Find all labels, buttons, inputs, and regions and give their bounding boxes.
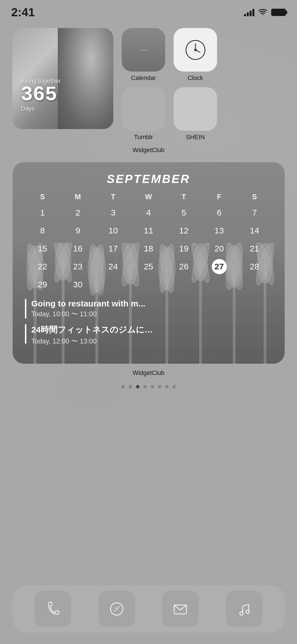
- dock: [12, 585, 285, 633]
- cal-day-14[interactable]: 14: [237, 223, 272, 238]
- page-dot-4[interactable]: [151, 385, 154, 388]
- cal-day-4[interactable]: 4: [131, 205, 166, 220]
- dow-0: S: [25, 192, 60, 201]
- calendar-app-icon[interactable]: ───: [122, 28, 165, 72]
- event-2-title: 24時間フィットネスのジムに…: [31, 324, 153, 336]
- cal-day-19[interactable]: 19: [166, 241, 202, 256]
- calendar-month: SEPTEMBER: [25, 172, 272, 186]
- page-dot-0[interactable]: [121, 385, 125, 388]
- cal-day-1[interactable]: 1: [25, 205, 60, 220]
- wifi-icon: [258, 8, 267, 17]
- page-dot-2-active[interactable]: [136, 385, 139, 388]
- page-dot-5[interactable]: [158, 385, 161, 388]
- dock-safari[interactable]: [98, 591, 135, 627]
- page-dot-6[interactable]: [165, 385, 169, 388]
- shein-app-label: SHEIN: [186, 134, 205, 141]
- cal-day-empty-3: [166, 277, 202, 292]
- cal-day-29[interactable]: 29: [25, 277, 60, 292]
- cal-day-22[interactable]: 22: [25, 259, 60, 274]
- calendar-week-3: 15 16 17 18 19 20 21: [25, 241, 272, 256]
- cal-day-26[interactable]: 26: [166, 259, 202, 274]
- cal-day-10[interactable]: 10: [96, 223, 131, 238]
- cal-day-24[interactable]: 24: [96, 259, 131, 274]
- calendar-grid: S M T W T F S 1 2 3 4 5 6 7: [25, 192, 272, 292]
- dock-music[interactable]: [226, 591, 263, 627]
- calendar-widget-label-row: WidgetClub: [12, 369, 285, 377]
- calendar-widget-bg: SEPTEMBER S M T W T F S 1 2 3: [13, 162, 285, 364]
- battery-icon: [271, 9, 286, 16]
- cal-day-21[interactable]: 21: [237, 241, 272, 256]
- dow-4: T: [166, 192, 202, 201]
- tumblr-app-wrap: Tumblr: [122, 87, 165, 141]
- calendar-icon-content: ───: [139, 48, 148, 52]
- widgetclub-widget[interactable]: Being together 365 Days: [12, 28, 113, 129]
- main-content: Being together 365 Days ─── Calendar: [0, 20, 297, 388]
- event-1-content: Going to restaurant with m... Today, 10:…: [31, 299, 146, 318]
- cal-day-3[interactable]: 3: [96, 205, 131, 220]
- page-dot-7[interactable]: [172, 385, 176, 388]
- dow-2: T: [96, 192, 131, 201]
- cal-day-27-today[interactable]: 27: [212, 259, 227, 274]
- cal-day-30[interactable]: 30: [60, 277, 96, 292]
- calendar-week-5: 29 30: [25, 277, 272, 292]
- status-time: 2:41: [11, 6, 35, 19]
- page-dots: [12, 385, 285, 388]
- dow-1: M: [60, 192, 96, 201]
- clock-app-wrap: Clock: [174, 28, 217, 82]
- shein-app-icon[interactable]: [174, 87, 217, 131]
- widgetclub-app-label: WidgetClub: [133, 146, 165, 153]
- cal-day-5[interactable]: 5: [166, 205, 202, 220]
- clock-app-icon[interactable]: [174, 28, 217, 72]
- cal-day-16[interactable]: 16: [60, 241, 96, 256]
- cal-day-13[interactable]: 13: [202, 223, 237, 238]
- dow-6: S: [237, 192, 272, 201]
- cal-day-empty-5: [237, 277, 272, 292]
- calendar-week-4: 22 23 24 25 26 27 28: [25, 259, 272, 274]
- event-2-content: 24時間フィットネスのジムに… Today, 12:00 〜 13:00: [31, 324, 153, 346]
- cal-day-15[interactable]: 15: [25, 241, 60, 256]
- cal-day-11[interactable]: 11: [131, 223, 166, 238]
- dock-mail[interactable]: [162, 591, 199, 627]
- shein-app-wrap: SHEIN: [174, 87, 217, 141]
- widget-text: Being together 365 Days: [21, 77, 61, 112]
- event-1[interactable]: Going to restaurant with m... Today, 10:…: [25, 299, 272, 318]
- status-bar: 2:41: [0, 0, 297, 20]
- calendar-week-1: 1 2 3 4 5 6 7: [25, 205, 272, 220]
- cal-day-7[interactable]: 7: [237, 205, 272, 220]
- cal-day-6[interactable]: 6: [202, 205, 237, 220]
- cal-day-20[interactable]: 20: [202, 241, 237, 256]
- status-icons: [244, 8, 286, 17]
- cal-day-2[interactable]: 2: [60, 205, 96, 220]
- dock-phone[interactable]: [34, 591, 71, 627]
- cal-day-25[interactable]: 25: [131, 259, 166, 274]
- svg-point-0: [262, 14, 263, 15]
- calendar-events: Going to restaurant with m... Today, 10:…: [25, 299, 272, 346]
- cal-day-18[interactable]: 18: [131, 241, 166, 256]
- cal-day-empty-2: [131, 277, 166, 292]
- calendar-widget[interactable]: SEPTEMBER S M T W T F S 1 2 3: [13, 162, 285, 364]
- cal-day-9[interactable]: 9: [60, 223, 96, 238]
- dow-5: F: [202, 192, 237, 201]
- event-2-time: Today, 12:00 〜 13:00: [31, 337, 153, 346]
- calendar-week-2: 8 9 10 11 12 13 14: [25, 223, 272, 238]
- tumblr-app-label: Tumblr: [134, 134, 153, 141]
- event-2-bar: [25, 324, 26, 344]
- cal-day-12[interactable]: 12: [166, 223, 202, 238]
- widgetclub-label-row: WidgetClub: [12, 146, 285, 154]
- cal-day-8[interactable]: 8: [25, 223, 60, 238]
- cal-day-23[interactable]: 23: [60, 259, 96, 274]
- clock-app-label: Clock: [188, 74, 203, 82]
- event-2[interactable]: 24時間フィットネスのジムに… Today, 12:00 〜 13:00: [25, 324, 272, 346]
- svg-point-41: [240, 612, 243, 615]
- cal-day-17[interactable]: 17: [96, 241, 131, 256]
- app-row-1: Being together 365 Days ─── Calendar: [12, 28, 285, 141]
- calendar-app-wrap: ─── Calendar: [122, 28, 165, 82]
- svg-point-42: [246, 610, 249, 613]
- cal-day-28[interactable]: 28: [237, 259, 272, 274]
- page-dot-3[interactable]: [143, 385, 147, 388]
- calendar-dow-row: S M T W T F S: [25, 192, 272, 201]
- tumblr-app-icon[interactable]: [122, 87, 165, 131]
- page-dot-1[interactable]: [129, 385, 132, 388]
- cal-day-empty-4: [202, 277, 237, 292]
- event-1-bar: [25, 299, 26, 318]
